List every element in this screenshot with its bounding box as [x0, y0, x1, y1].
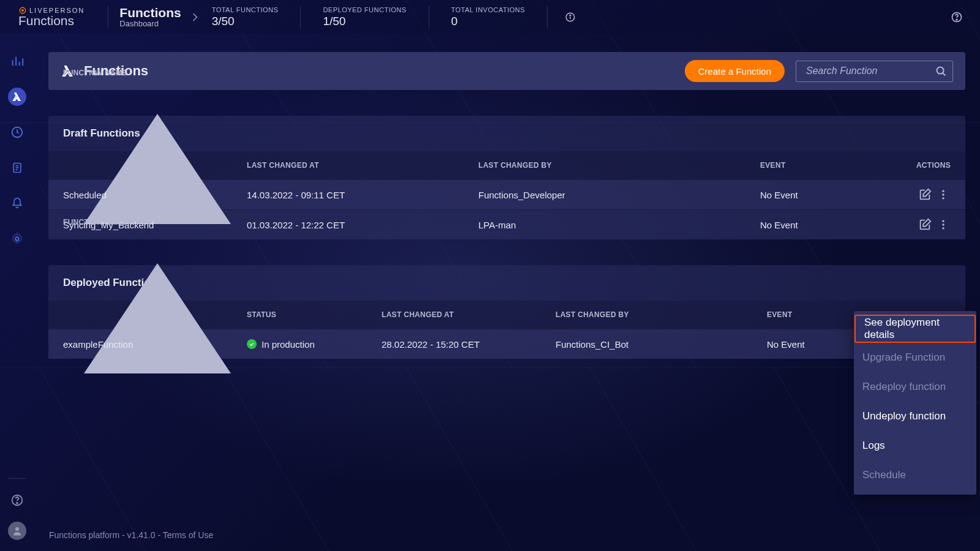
help-icon[interactable]: [8, 491, 26, 509]
deployed-functions-section: Deployed Functions FUNCTION NAME STATUS …: [48, 265, 965, 359]
divider: [300, 6, 301, 28]
divider: [547, 6, 548, 28]
svg-marker-18: [84, 114, 231, 224]
document-icon[interactable]: [8, 159, 26, 177]
col-changed-by[interactable]: LAST CHANGED BY: [556, 310, 767, 319]
svg-point-15: [15, 527, 19, 531]
lambda-icon[interactable]: [8, 88, 26, 106]
search-input-wrap[interactable]: [796, 61, 953, 82]
footer-version: Functions platform - v1.41.0: [49, 530, 156, 540]
actions-context-menu: See deployment detailsUpgrade FunctionRe…: [854, 311, 976, 495]
menu-item[interactable]: Logs: [854, 431, 976, 460]
menu-item: Upgrade Function: [854, 343, 976, 372]
menu-item: Schedule: [854, 460, 976, 490]
breadcrumb: Functions Dashboard: [119, 6, 200, 28]
cell-status: In production: [247, 339, 382, 350]
footer-terms-link[interactable]: Terms of Use: [163, 530, 213, 540]
cell-event: No Event: [760, 220, 889, 230]
more-vert-icon[interactable]: [936, 217, 951, 232]
more-vert-icon[interactable]: [936, 187, 951, 202]
bar-chart-icon[interactable]: [8, 52, 26, 70]
brand-logo: LIVEPERSON Functions: [18, 6, 85, 28]
search-input[interactable]: [805, 65, 930, 77]
stat-deployed-functions: DEPLOYED FUNCTIONS 1/50: [323, 6, 406, 28]
col-event[interactable]: EVENT: [767, 310, 868, 319]
col-changed-at[interactable]: LAST CHANGED AT: [382, 310, 556, 319]
breadcrumb-title: Functions: [119, 6, 181, 20]
menu-item[interactable]: See deployment details: [854, 315, 976, 343]
clock-icon[interactable]: [8, 123, 26, 141]
svg-point-6: [956, 19, 957, 20]
top-bar: LIVEPERSON Functions Functions Dashboard…: [0, 0, 980, 34]
avatar[interactable]: [8, 522, 26, 540]
svg-point-24: [942, 227, 944, 229]
brand-name-bottom: Functions: [18, 13, 85, 28]
cell-event: No Event: [767, 339, 868, 350]
svg-marker-25: [84, 263, 231, 373]
status-ok-icon: [247, 339, 257, 349]
cell-changed-by: LPA-man: [478, 220, 760, 230]
col-changed-at[interactable]: LAST CHANGED AT: [247, 161, 478, 170]
cell-changed-by: Functions_CI_Bot: [556, 339, 767, 350]
gear-icon[interactable]: [8, 230, 26, 248]
divider: [108, 6, 108, 28]
cell-changed-at: 14.03.2022 - 09:11 CET: [247, 190, 478, 200]
svg-point-20: [942, 193, 944, 195]
help-icon[interactable]: [951, 11, 963, 23]
cell-changed-at: 01.03.2022 - 12:22 CET: [247, 220, 478, 230]
divider: [429, 6, 429, 28]
search-icon[interactable]: [934, 64, 948, 78]
col-actions: ACTIONS: [889, 161, 951, 170]
col-changed-by[interactable]: LAST CHANGED BY: [478, 161, 760, 170]
stat-total-invocations: TOTAL INVOCATIONS 0: [451, 6, 526, 28]
left-rail: [0, 34, 34, 551]
menu-item: Redeploy function: [854, 372, 976, 402]
col-status[interactable]: STATUS: [247, 310, 382, 319]
svg-point-22: [942, 220, 944, 222]
col-event[interactable]: EVENT: [760, 161, 889, 170]
footer: Functions platform - v1.41.0 - Terms of …: [49, 530, 213, 540]
menu-item[interactable]: Undeploy function: [854, 402, 976, 431]
cell-changed-by: Functions_Developer: [478, 190, 760, 200]
col-function-name[interactable]: FUNCTION NAME: [63, 218, 247, 412]
edit-icon[interactable]: [918, 217, 932, 232]
bell-icon[interactable]: [8, 194, 26, 212]
svg-point-4: [570, 15, 571, 16]
edit-icon[interactable]: [918, 187, 932, 202]
sort-asc-icon: [66, 403, 249, 412]
cell-name: exampleFunction: [63, 339, 247, 350]
svg-point-21: [942, 197, 944, 199]
rail-divider: [9, 478, 26, 479]
breadcrumb-subtitle: Dashboard: [119, 19, 181, 28]
svg-line-17: [943, 73, 945, 75]
svg-point-1: [22, 9, 23, 10]
cell-changed-at: 28.02.2022 - 15:20 CET: [382, 339, 556, 350]
create-function-button[interactable]: Create a Function: [685, 60, 785, 82]
chevron-right-icon: [189, 11, 201, 23]
svg-point-16: [937, 67, 944, 74]
deployed-table-header: FUNCTION NAME STATUS LAST CHANGED AT LAS…: [48, 301, 965, 329]
svg-point-23: [942, 223, 944, 225]
cell-event: No Event: [760, 190, 889, 200]
main-content: Functions Create a Function Draft Functi…: [34, 34, 980, 551]
draft-table-header: FUNCTION NAME LAST CHANGED AT LAST CHANG…: [48, 151, 965, 179]
svg-point-19: [942, 190, 944, 192]
svg-point-14: [17, 503, 18, 504]
svg-point-12: [15, 237, 19, 241]
stat-total-functions: TOTAL FUNCTIONS 3/50: [212, 6, 279, 28]
info-icon[interactable]: [565, 12, 576, 23]
cell-name: Scheduled: [63, 190, 247, 200]
